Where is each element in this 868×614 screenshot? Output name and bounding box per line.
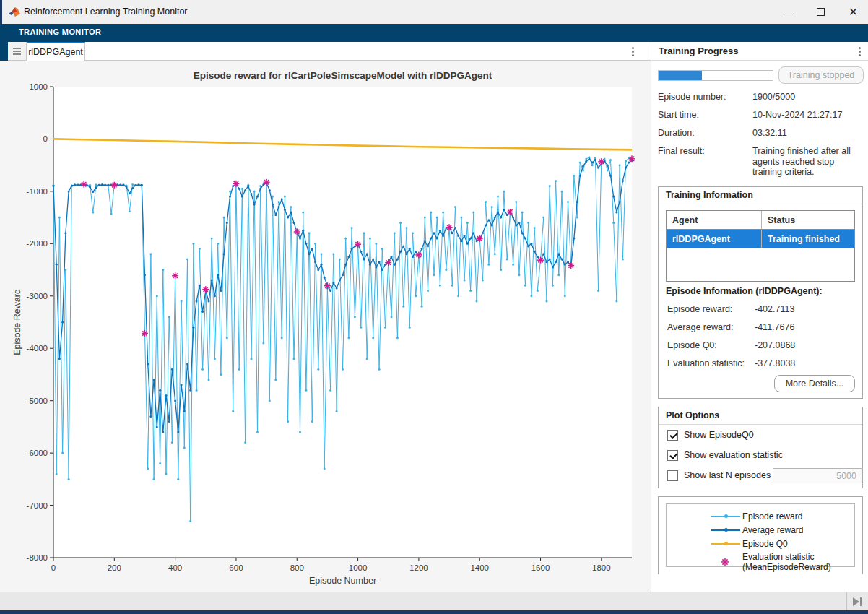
legend-label: Episode reward bbox=[742, 511, 802, 522]
y-tick-label: -5000 bbox=[27, 397, 48, 405]
row-value: 1900/5000 bbox=[752, 92, 864, 103]
tab-label: rlDDPGAgent bbox=[28, 47, 83, 57]
section-title: Training Information bbox=[666, 190, 753, 200]
y-tick-label: -2000 bbox=[27, 239, 48, 248]
maximize-button[interactable] bbox=[804, 0, 837, 24]
training-progress-bar bbox=[658, 70, 773, 81]
progress-fill bbox=[659, 71, 702, 80]
row-label: Episode number: bbox=[658, 92, 726, 102]
legend-dot-marker bbox=[724, 514, 728, 518]
agent-status-table: Agent Status rlDDPGAgent Training finish… bbox=[666, 210, 855, 282]
checkbox-unchecked-icon[interactable] bbox=[667, 470, 678, 481]
panel-header: Training Progress bbox=[651, 42, 868, 61]
kebab-menu-icon bbox=[632, 51, 634, 53]
kebab-menu-icon bbox=[859, 51, 861, 53]
row-value: Training finished after all agents reach… bbox=[752, 146, 864, 178]
section-header: Plot Options bbox=[659, 407, 862, 425]
x-axis-label: Episode Number bbox=[309, 576, 376, 586]
row-value: -207.0868 bbox=[755, 340, 795, 350]
plot-options-section: Plot Options Show EpisodeQ0 Show evaluat… bbox=[658, 407, 863, 488]
window-title: Reinforcement Learning Training Monitor bbox=[24, 7, 188, 17]
legend-item-average-reward: Average reward bbox=[667, 525, 854, 535]
x-tick-label: 1400 bbox=[470, 563, 489, 572]
legend-item-episode-reward: Episode reward bbox=[667, 511, 854, 522]
title-bar: Reinforcement Learning Training Monitor … bbox=[0, 0, 868, 24]
y-tick-label: -4000 bbox=[27, 344, 48, 353]
checkbox-label: Show last N episodes bbox=[684, 470, 771, 480]
section-title: Plot Options bbox=[666, 410, 719, 420]
minimize-icon bbox=[784, 12, 793, 12]
table-row-selected[interactable]: rlDDPGAgent Training finished bbox=[667, 230, 854, 248]
legend-dot-marker bbox=[724, 528, 728, 532]
column-header-agent: Agent bbox=[667, 211, 761, 229]
expand-panel-button[interactable] bbox=[851, 596, 864, 607]
app-window: Reinforcement Learning Training Monitor … bbox=[0, 0, 868, 614]
ribbon-tab-training-monitor[interactable]: TRAINING MONITOR bbox=[19, 27, 101, 36]
row-value: -411.7676 bbox=[755, 322, 794, 332]
y-tick-label: 0 bbox=[43, 134, 48, 143]
row-label: Duration: bbox=[658, 128, 695, 138]
legend-item-episode-q0: Episode Q0 bbox=[667, 539, 854, 549]
x-tick-label: 1600 bbox=[531, 563, 550, 572]
show-last-n-episodes-checkbox-row[interactable]: Show last N episodes bbox=[667, 470, 771, 481]
panel-title: Training Progress bbox=[659, 46, 739, 56]
agent-cell: rlDDPGAgent bbox=[667, 230, 761, 248]
n-episodes-input bbox=[773, 468, 862, 483]
status-bar-divider bbox=[846, 592, 847, 611]
row-label: Average reward: bbox=[667, 322, 734, 332]
episode-info-header: Episode Information (rlDDPGAgent): bbox=[666, 286, 823, 296]
table-header-row: Agent Status bbox=[667, 211, 854, 230]
training-stopped-button: Training stopped bbox=[778, 66, 864, 84]
tab-rlddpgagent[interactable]: rlDDPGAgent bbox=[27, 42, 85, 61]
x-tick-label: 200 bbox=[108, 563, 121, 572]
tab-overflow-menu-button[interactable] bbox=[625, 44, 640, 59]
document-tab-bar: rlDDPGAgent bbox=[0, 42, 651, 61]
checkbox-label: Show EpisodeQ0 bbox=[684, 430, 754, 440]
x-tick-label: 400 bbox=[168, 563, 182, 572]
checkbox-label: Show evaluation statistic bbox=[684, 450, 783, 460]
row-value: 10-Nov-2024 21:27:17 bbox=[752, 110, 864, 121]
training-information-section: Training Information Agent Status rlDDPG… bbox=[658, 186, 863, 399]
status-bar bbox=[0, 592, 868, 610]
legend-label: Evaluation statistic(MeanEpisodeReward) bbox=[742, 552, 831, 572]
y-tick-label: -8000 bbox=[27, 553, 48, 562]
legend-label: Episode Q0 bbox=[742, 539, 788, 549]
legend-label: Average reward bbox=[742, 525, 804, 535]
training-progress-panel: Training Progress Training stopped Episo… bbox=[651, 42, 868, 592]
reward-chart: Episode reward for rlCartPoleSimscapeMod… bbox=[0, 61, 651, 592]
close-button[interactable]: ✕ bbox=[837, 0, 868, 24]
document-menu-button[interactable] bbox=[8, 42, 27, 60]
legend-asterisk-marker bbox=[720, 557, 730, 567]
column-header-status: Status bbox=[761, 211, 854, 229]
row-label: Episode reward: bbox=[667, 304, 732, 314]
x-tick-label: 1000 bbox=[349, 563, 368, 572]
y-tick-label: 1000 bbox=[29, 82, 48, 91]
y-tick-label: -6000 bbox=[27, 449, 48, 457]
x-tick-label: 800 bbox=[290, 563, 304, 572]
row-label: Evaluation statistic: bbox=[667, 358, 745, 368]
legend-item-evaluation-statistic: Evaluation statistic(MeanEpisodeReward) bbox=[667, 552, 854, 572]
row-label: Start time: bbox=[658, 110, 699, 120]
more-details-button[interactable]: More Details... bbox=[774, 375, 855, 392]
checkbox-checked-icon[interactable] bbox=[667, 430, 678, 441]
row-value: -402.7113 bbox=[755, 304, 794, 314]
legend-dot-marker bbox=[724, 542, 728, 545]
ribbon: TRAINING MONITOR bbox=[0, 24, 868, 42]
status-cell: Training finished bbox=[761, 230, 854, 248]
y-tick-label: -1000 bbox=[27, 187, 48, 196]
checkbox-checked-icon[interactable] bbox=[667, 450, 678, 461]
row-value: -377.8038 bbox=[755, 358, 795, 368]
show-evaluation-statistic-checkbox-row[interactable]: Show evaluation statistic bbox=[667, 449, 783, 461]
row-value: 03:32:11 bbox=[752, 128, 864, 139]
tab-bar-corner bbox=[0, 42, 8, 61]
show-episodeq0-checkbox-row[interactable]: Show EpisodeQ0 bbox=[667, 429, 754, 441]
close-icon: ✕ bbox=[849, 7, 858, 18]
play-to-bar-icon bbox=[853, 597, 859, 606]
figure-area: Episode reward for rlCartPoleSimscapeMod… bbox=[0, 61, 651, 592]
x-tick-label: 1800 bbox=[592, 563, 611, 572]
panel-menu-button[interactable] bbox=[852, 44, 867, 59]
minimize-button[interactable] bbox=[772, 0, 804, 24]
y-axis-label: Episode Reward bbox=[12, 289, 22, 355]
row-label: Final result: bbox=[658, 146, 705, 156]
stop-button-label: Training stopped bbox=[788, 70, 855, 80]
